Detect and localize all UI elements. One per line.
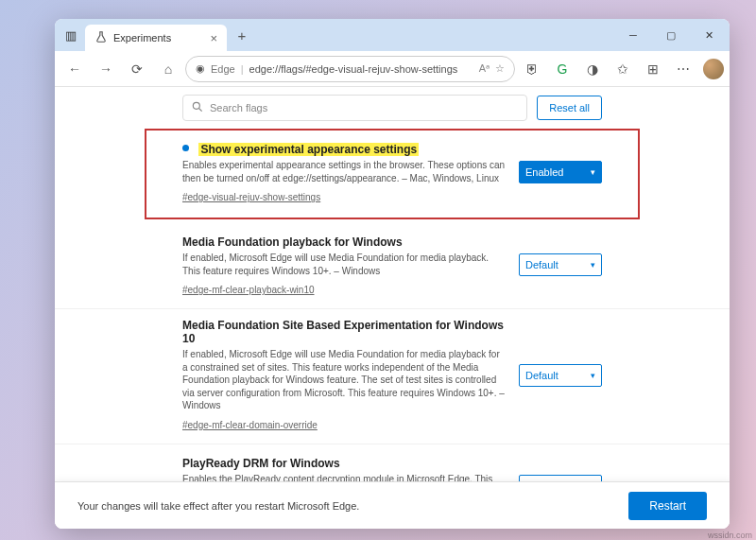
address-bar[interactable]: ◉ Edge | edge://flags/#edge-visual-rejuv…: [185, 56, 515, 82]
flag-control: Enabled ▾: [519, 140, 602, 204]
flag-anchor-link[interactable]: #edge-mf-clear-domain-override: [182, 420, 318, 430]
svg-point-0: [193, 102, 199, 109]
flag-control: Default ▾: [519, 233, 602, 297]
text-size-icon[interactable]: Aᵃ: [479, 62, 490, 75]
flag-select[interactable]: Default ▾: [519, 253, 602, 276]
address-url: edge://flags/#edge-visual-rejuv-show-set…: [249, 63, 458, 75]
restart-button[interactable]: Restart: [628, 492, 707, 520]
refresh-button[interactable]: ⟳: [123, 55, 151, 83]
watermark: wssidn.com: [708, 531, 752, 540]
flag-select-value: Default: [525, 370, 558, 381]
flag-description: Enables experimental appearance settings…: [182, 159, 506, 184]
flask-icon: [94, 30, 108, 45]
flag-row: Show experimental appearance settings En…: [145, 129, 640, 219]
extension-icon[interactable]: ◑: [578, 55, 607, 83]
new-tab-button[interactable]: +: [229, 22, 255, 48]
flag-body: Show experimental appearance settings En…: [182, 140, 506, 204]
flag-select[interactable]: Enabled ▾: [519, 161, 602, 183]
flags-list: Show experimental appearance settings En…: [55, 129, 730, 529]
maximize-button[interactable]: ▢: [652, 19, 690, 51]
flag-description: If enabled, Microsoft Edge will use Medi…: [182, 348, 506, 412]
flag-title-line: Media Foundation Site Based Experimentat…: [182, 319, 506, 348]
flag-title: Media Foundation playback for Windows: [182, 235, 403, 249]
modified-dot-icon: [182, 145, 189, 151]
flag-row: Media Foundation Site Based Experimentat…: [55, 309, 730, 444]
chevron-down-icon: ▾: [591, 260, 595, 270]
favorites-icon[interactable]: ✩: [609, 55, 637, 83]
collections-icon[interactable]: ⊞: [639, 55, 667, 83]
back-button[interactable]: ←: [60, 55, 89, 83]
flag-title-line: Show experimental appearance settings: [182, 140, 506, 159]
forward-button[interactable]: →: [92, 55, 120, 83]
flags-topbar: Search flags Reset all: [55, 87, 730, 129]
tab-close-icon[interactable]: ×: [210, 31, 217, 45]
flag-anchor-link[interactable]: #edge-visual-rejuv-show-settings: [182, 192, 320, 202]
flag-title-line: PlayReady DRM for Windows: [182, 454, 506, 473]
address-engine: Edge: [211, 63, 235, 75]
flag-title-line: Media Foundation playback for Windows: [182, 233, 506, 252]
search-icon: [191, 100, 204, 115]
flag-row: Media Foundation playback for Windows If…: [55, 223, 730, 309]
close-button[interactable]: ✕: [690, 19, 728, 51]
reset-all-button[interactable]: Reset all: [537, 96, 602, 120]
edge-icon: ◉: [196, 62, 205, 75]
toolbar: ← → ⟳ ⌂ ◉ Edge | edge://flags/#edge-visu…: [55, 51, 730, 87]
chevron-down-icon: ▾: [591, 371, 595, 380]
flag-control: Default ▾: [519, 319, 602, 432]
home-button[interactable]: ⌂: [154, 55, 182, 83]
flag-anchor-link[interactable]: #edge-mf-clear-playback-win10: [182, 285, 315, 295]
flag-description: If enabled, Microsoft Edge will use Medi…: [182, 252, 506, 277]
search-input[interactable]: Search flags: [182, 95, 527, 121]
browser-tab[interactable]: Experiments ×: [85, 25, 227, 51]
favorite-icon[interactable]: ☆: [495, 62, 505, 75]
flag-select-value: Default: [525, 259, 558, 270]
extension-g-icon[interactable]: G: [548, 55, 576, 83]
flag-select[interactable]: Default ▾: [519, 364, 602, 387]
titlebar: ▥ Experiments × + ─ ▢ ✕: [55, 19, 730, 51]
menu-icon[interactable]: ⋯: [669, 55, 697, 83]
avatar[interactable]: [703, 59, 724, 79]
flag-body: Media Foundation playback for Windows If…: [182, 233, 506, 297]
window-controls: ─ ▢ ✕: [614, 19, 728, 51]
flag-title: Show experimental appearance settings: [198, 143, 419, 156]
restart-footer: Your changes will take effect after you …: [55, 481, 730, 529]
minimize-button[interactable]: ─: [614, 19, 652, 51]
flag-title: Media Foundation Site Based Experimentat…: [182, 319, 506, 345]
chevron-down-icon: ▾: [591, 167, 595, 177]
search-placeholder: Search flags: [210, 102, 267, 113]
browser-window: ▥ Experiments × + ─ ▢ ✕ ← → ⟳ ⌂ ◉ Edge |…: [55, 19, 730, 529]
footer-message: Your changes will take effect after you …: [77, 500, 359, 512]
flag-title: PlayReady DRM for Windows: [182, 457, 340, 470]
flag-body: Media Foundation Site Based Experimentat…: [182, 319, 506, 432]
sidebar-toggle-icon[interactable]: ▥: [57, 21, 85, 49]
page-content: Search flags Reset all Show experimental…: [55, 87, 730, 529]
shield-icon[interactable]: ⛨: [518, 55, 546, 83]
flag-select-value: Enabled: [525, 166, 563, 178]
tab-title: Experiments: [113, 32, 171, 44]
